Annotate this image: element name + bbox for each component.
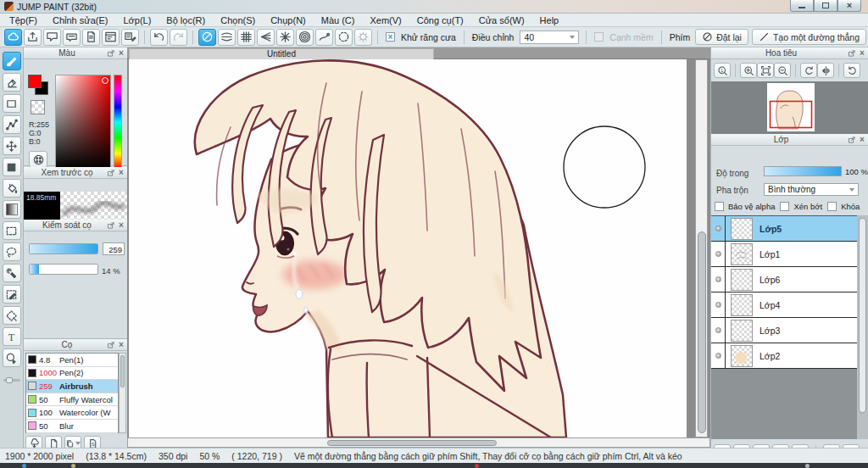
menu-item-0[interactable]: Tệp(F) [2, 14, 45, 26]
zoom-100-button[interactable]: 1 [714, 63, 731, 78]
menu-item-6[interactable]: Màu (C) [314, 14, 363, 26]
snap-curve-button[interactable] [315, 29, 333, 46]
canvas-vertical-scrollbar[interactable] [695, 59, 708, 437]
rotate-reset-button[interactable] [843, 63, 860, 78]
brush-row-2[interactable]: 259Airbrush [26, 380, 118, 393]
layer-row-Lớp3[interactable]: Lớp3 [711, 318, 857, 343]
reset-button[interactable]: Đặt lại [695, 29, 748, 45]
brush-row-5[interactable]: 50Blur [26, 420, 118, 433]
layer-row-Lớp6[interactable]: Lớp6 [711, 267, 857, 292]
menu-item-10[interactable]: Help [532, 14, 567, 26]
canvas-viewport[interactable] [127, 59, 710, 437]
close-panel-icon[interactable]: × [117, 49, 125, 58]
rotate-left-button[interactable] [800, 63, 817, 78]
adjust-dropdown[interactable]: 40 [520, 31, 579, 44]
saturation-value-picker[interactable] [55, 75, 111, 170]
flip-h-button[interactable] [817, 63, 834, 78]
select-pen-button[interactable] [3, 285, 21, 304]
move-button[interactable] [3, 136, 21, 155]
minimize-button[interactable] [790, 0, 814, 12]
brush-list-scrollbar[interactable] [119, 353, 126, 433]
snap-vanishing-button[interactable] [257, 29, 275, 46]
layer-row-Lớp4[interactable]: Lớp4 [711, 292, 857, 318]
polyline-button[interactable] [3, 115, 21, 134]
panel-settings-button[interactable] [102, 29, 120, 46]
undo-button[interactable] [150, 29, 168, 46]
comment-flat-button[interactable] [63, 29, 81, 46]
layer-visibility-icon[interactable] [711, 318, 726, 343]
menu-item-5[interactable]: Chụp(N) [263, 14, 314, 26]
canvas-page[interactable] [129, 59, 687, 437]
close-panel-icon[interactable]: × [117, 169, 125, 177]
zoom-in-button[interactable] [740, 63, 757, 78]
menu-item-3[interactable]: Bộ lọc(R) [159, 14, 213, 26]
clipping-checkbox[interactable] [780, 202, 789, 211]
windows-taskbar[interactable] [0, 463, 868, 468]
vertical-scroll-thumb[interactable] [698, 231, 706, 433]
antialias-checkbox[interactable]: × [386, 32, 395, 42]
create-line-button[interactable]: Tạo một đường thẳng [752, 29, 866, 45]
select-rect-button[interactable] [3, 221, 21, 240]
snap-off-button[interactable] [198, 29, 216, 46]
comment-button[interactable] [43, 29, 61, 46]
select-diamond-button[interactable] [3, 306, 21, 325]
brush-row-4[interactable]: 100Watercolor (W [26, 406, 118, 420]
gradient-button[interactable] [3, 200, 21, 219]
layer-visibility-icon[interactable] [711, 343, 726, 368]
eraser-button[interactable] [3, 73, 21, 92]
snap-grid-button[interactable] [237, 29, 255, 46]
canvas-horizontal-scrollbar[interactable] [127, 437, 710, 448]
popout-icon[interactable] [848, 49, 856, 58]
menu-item-4[interactable]: Chọn(S) [213, 14, 263, 26]
snap-ellipse-button[interactable] [335, 29, 353, 46]
popout-icon[interactable] [107, 341, 115, 349]
lock-checkbox[interactable] [827, 202, 837, 211]
export-button[interactable] [24, 29, 42, 46]
layer-visibility-icon[interactable] [711, 216, 726, 241]
layer-list-scrollbar[interactable] [857, 215, 868, 439]
snap-concentric-button[interactable] [296, 29, 314, 46]
popout-icon[interactable] [107, 49, 115, 58]
zoom-out-button[interactable] [774, 63, 791, 78]
foreground-color-swatch[interactable] [28, 75, 42, 88]
bucket-button[interactable] [3, 179, 21, 198]
document-tab[interactable]: Untitled [129, 48, 434, 59]
cloud-button[interactable] [4, 29, 22, 46]
layer-visibility-icon[interactable] [711, 292, 726, 317]
layer-visibility-icon[interactable] [711, 242, 726, 266]
soft-edge-checkbox[interactable] [594, 32, 604, 42]
close-panel-icon[interactable]: × [117, 221, 125, 230]
color-picker-cursor[interactable] [102, 77, 108, 84]
brush-size-value[interactable]: 259 [103, 242, 125, 255]
menu-item-9[interactable]: Cửa sổ(W) [471, 14, 532, 26]
menu-item-8[interactable]: Công cụ(T) [409, 14, 471, 26]
close-panel-icon[interactable]: × [858, 136, 866, 144]
snap-radial-button[interactable] [276, 29, 294, 46]
layer-opacity-slider[interactable] [764, 166, 842, 176]
popout-icon[interactable] [107, 221, 115, 230]
material-pencil-button[interactable] [121, 29, 139, 46]
transparent-color-swatch[interactable] [31, 100, 45, 114]
brush-row-3[interactable]: 50Fluffy Watercol [26, 393, 118, 407]
brush-row-1[interactable]: 1000Pen(2) [26, 367, 118, 381]
fill-rect-button[interactable] [3, 158, 21, 176]
layer-row-Lớp1[interactable]: Lớp1 [711, 242, 857, 267]
brush-opacity-slider[interactable] [29, 264, 98, 275]
close-panel-icon[interactable]: × [858, 49, 866, 58]
brush-button[interactable] [3, 52, 21, 70]
navigator-thumbnail-area[interactable] [711, 81, 868, 134]
horizontal-scroll-thumb[interactable] [327, 440, 497, 446]
palette-button[interactable] [29, 151, 47, 168]
close-button[interactable]: × [837, 0, 861, 12]
brush-size-slider[interactable] [29, 243, 98, 254]
zoom-fit-button[interactable] [757, 63, 774, 78]
navigator-thumbnail[interactable] [767, 83, 815, 131]
menu-item-2[interactable]: Lớp(L) [115, 14, 159, 26]
lasso-button[interactable] [3, 242, 21, 261]
brush-row-0[interactable]: 4.8Pen(1) [26, 354, 118, 367]
tool-strip-slider[interactable] [3, 379, 20, 382]
canvas-artwork[interactable] [129, 59, 687, 437]
popout-icon[interactable] [107, 169, 115, 177]
text-button[interactable]: T [3, 327, 21, 346]
menu-item-7[interactable]: Xem(V) [362, 14, 409, 26]
